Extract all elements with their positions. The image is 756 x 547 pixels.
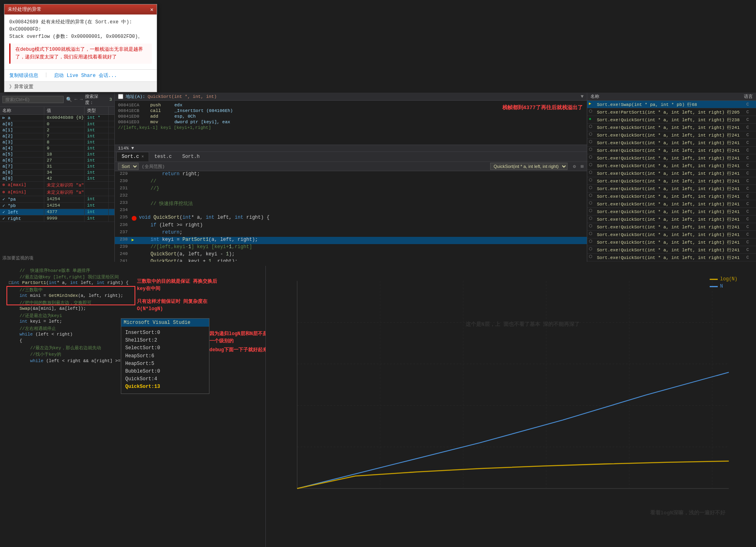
error-dialog: 未经处理的异常 × 0x00842689 处有未经处理的异常(在 Sort.ex… xyxy=(4,4,157,92)
editor-tab[interactable]: test.c xyxy=(149,152,177,162)
callstack-row-icon: ⬡ xyxy=(589,193,595,199)
callstack-row-icon: ⬡ xyxy=(589,124,595,131)
callstack-row: ⬡Sort.exe!QuickSort(int * a, int left, i… xyxy=(587,131,756,139)
code-line: 236 if (left >= right) xyxy=(115,222,587,230)
callstack-row-icon: ⬡ xyxy=(589,216,595,222)
popup-item: HeapSort:5 xyxy=(125,360,205,368)
callstack-row: ⬡Sort.exe!QuickSort(int * a, int left, i… xyxy=(587,162,756,170)
watch-row: a[3]8int xyxy=(0,139,114,145)
address-dropdown-icon[interactable]: ▼ xyxy=(581,94,584,99)
disasm-row: 00841ED3movdword ptr [keyi], eax xyxy=(115,119,587,125)
popup-item: InsertSort:0 xyxy=(125,329,205,337)
three-median-annotation: 三数取中的目的就是保证 再换交换后key在中间 xyxy=(137,278,217,292)
popup-item: HeapSort:6 xyxy=(125,352,205,360)
callstack-row-icon: ⬡ xyxy=(589,147,595,153)
watch-table: ⊳ a0x00d46b80 {0}int * a[0]0int a[1]2int… xyxy=(0,115,114,254)
function-expand-icon[interactable]: ⊞ xyxy=(581,164,584,170)
watch-col-name: 名称 xyxy=(0,107,44,114)
callstack-row-icon: ⬡ xyxy=(589,155,595,161)
zoom-level[interactable]: 114% ▼ xyxy=(118,146,134,151)
watch-row: a[7]31int xyxy=(0,164,114,170)
callstack-row-icon: ⬡ xyxy=(589,254,595,261)
guarantee-annotation: 只有这样才能保证时 间复杂度在O(N*logN) xyxy=(137,298,217,313)
editor-panel: 地址(A): QuickSort(int *, int, int) ▼ 0084… xyxy=(115,93,587,262)
callstack-row: ⬡Sort.exe!QuickSort(int * a, int left, i… xyxy=(587,223,756,231)
view-options-checkbox[interactable] xyxy=(118,94,123,99)
callstack-row: ⬡Sort.exe!QuickSort(int * a, int left, i… xyxy=(587,215,756,223)
code-line: 230 // xyxy=(115,178,587,186)
disasm-row: 00841ECApushedx xyxy=(115,102,587,108)
address-value: QuickSort(int *, int, int) xyxy=(147,94,578,99)
tab-bar: Sort.c×test.cSort.h xyxy=(115,152,587,162)
code-line: 229 return right; xyxy=(115,171,587,178)
callstack-row-icon: ⬡ xyxy=(589,178,595,184)
code-line: 233 // 快速排序挖坑法 xyxy=(115,200,587,207)
callstack-header: 名称 语言 xyxy=(587,93,756,101)
error-dialog-close-button[interactable]: × xyxy=(150,6,153,13)
callstack-row-icon: ⬡ xyxy=(589,224,595,230)
watch-panel: 🔍 ← → 搜索深度： 3 名称 值 类型 ⊳ a0x00d46b80 {0}i… xyxy=(0,93,115,262)
callstack-row: ⬡Sort.exe!QuickSort(int * a, int left, i… xyxy=(587,139,756,147)
callstack-row: ⬡Sort.exe!QuickSort(int * a, int left, i… xyxy=(587,238,756,246)
popup-box: Microsoft Visual Studie InsertSort:0Shel… xyxy=(121,318,209,394)
tab-close-button[interactable]: × xyxy=(141,155,144,159)
callstack-row-icon: ▶ xyxy=(589,101,595,108)
error-dialog-body: 0x00842689 处有未经处理的异常(在 Sort.exe 中): 0xC0… xyxy=(4,15,157,69)
bottom-code-line: Swap(&a[mini], &a[left]); xyxy=(0,306,265,313)
error-dialog-title: 未经处理的异常 × xyxy=(4,4,157,15)
callstack-col-name: 名称 xyxy=(590,93,599,99)
error-title-text: 未经处理的异常 xyxy=(8,6,41,13)
address-label: 地址(A): xyxy=(126,93,145,99)
scope-dropdown[interactable]: Sort xyxy=(118,163,139,170)
not-same-annotation: 因为递归logN层和N层不是 一个级别的 xyxy=(209,330,266,345)
watch-toolbar: 🔍 ← → 搜索深度： 3 xyxy=(0,93,114,107)
watch-row: a[4]9int xyxy=(0,145,114,151)
callstack-panel: 名称 语言 ▶Sort.exe!Swap(int * pa, int * pb)… xyxy=(587,93,756,262)
watch-row: a[1]2int xyxy=(0,127,114,133)
watch-row: ⊗ a[maxi]未定义标识符 "a" xyxy=(0,182,114,189)
ide-container: 🔍 ← → 搜索深度： 3 名称 值 类型 ⊳ a0x00d46b80 {0}i… xyxy=(0,93,756,262)
error-note-text: 在debug模式下1000就栈溢出了，一般栈溢出无非就是越界了，递归深度太深了，… xyxy=(9,44,152,64)
nav-forward-icon[interactable]: → xyxy=(80,97,83,102)
address-bar: 地址(A): QuickSort(int *, int, int) ▼ xyxy=(115,93,587,101)
chart-legend-item: N xyxy=(710,284,737,289)
watch-col-value: 值 xyxy=(44,107,85,114)
callstack-row-icon: ⬡ xyxy=(589,231,595,238)
function-bar: Sort (全局范围) QuickSort(int * a, int left,… xyxy=(115,162,587,171)
watch-search-input[interactable] xyxy=(2,96,64,103)
error-exception-settings[interactable]: 》异常设置 xyxy=(4,81,157,92)
watch-row: ✓ left4377int xyxy=(0,209,114,215)
callstack-row: ▶Sort.exe!Swap(int * pa, int * pb) 行68C xyxy=(587,101,756,108)
current-line-arrow: ➤ xyxy=(131,237,134,244)
scope-label: (全局范围) xyxy=(142,164,165,170)
callstack-row-icon: ⬡ xyxy=(589,170,595,176)
callstack-row-icon: ⬡ xyxy=(589,162,595,169)
callstack-row: ⬡Sort.exe!QuickSort(int * a, int left, i… xyxy=(587,246,756,254)
editor-tab[interactable]: Sort.c× xyxy=(116,152,149,162)
nav-back-icon[interactable]: ← xyxy=(75,97,77,102)
callstack-row-icon: ◈ xyxy=(589,116,595,123)
function-dropdown[interactable]: QuickSort(int * a, int left, int right) xyxy=(490,163,568,170)
popup-item: BubbleSort:0 xyxy=(125,368,205,375)
code-area: 229 return right;230 //231 //}232233 // … xyxy=(115,171,587,262)
callstack-row-icon: ⬡ xyxy=(589,139,595,146)
live-share-link[interactable]: 启动 Live Share 会话... xyxy=(54,72,117,79)
function-settings-icon[interactable]: ⚙ xyxy=(573,164,576,170)
search-icon: 🔍 xyxy=(66,97,72,103)
watch-row: a[2]7int xyxy=(0,133,114,139)
callstack-col-lang: 语言 xyxy=(744,93,753,99)
callstack-row: ⬡Sort.exe!QuickSort(int * a, int left, i… xyxy=(587,254,756,261)
link-separator: | xyxy=(45,72,48,79)
error-main-text: 0x00842689 处有未经处理的异常(在 Sort.exe 中): 0xC0… xyxy=(9,19,152,40)
debug-note-annotation: debug下面一下子就好起来了 xyxy=(209,346,266,354)
popup-item: QuickSort:13 xyxy=(125,383,205,391)
editor-tab[interactable]: Sort.h xyxy=(177,152,205,162)
chart-legend: log(N)N xyxy=(710,276,737,289)
bottom-code-line: int mini = GetMinIndex(a, left, right); xyxy=(0,293,265,300)
watch-row: ⊗ a[mini]未定义标识符 "a" xyxy=(0,189,114,196)
bottom-code-line: //最左边做key [left,right] 我们这里给区间 xyxy=(0,274,265,280)
copy-error-link[interactable]: 复制错误信息 xyxy=(9,72,38,79)
popup-title: Microsoft Visual Studie xyxy=(121,319,209,327)
watch-add-row[interactable]: 添加要监视的项 xyxy=(0,254,114,262)
bottom-code-line: //把中间的数放到最左边，交换即可 xyxy=(0,300,265,306)
